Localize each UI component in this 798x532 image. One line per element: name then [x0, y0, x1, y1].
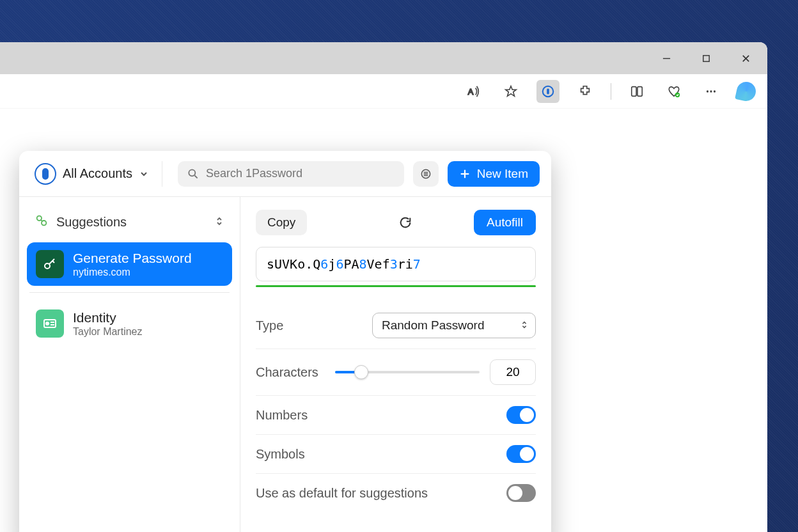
symbols-label: Symbols — [256, 447, 305, 462]
type-label: Type — [256, 318, 283, 333]
sidebar-item-title: Generate Password — [73, 250, 192, 266]
sidebar-item-subtitle: Taylor Martinez — [73, 326, 142, 338]
svg-rect-8 — [632, 86, 636, 96]
read-aloud-icon[interactable]: A — [462, 80, 485, 103]
svg-point-29 — [46, 322, 49, 325]
sidebar: Suggestions Generate Password nytimes.co… — [19, 197, 240, 532]
onepassword-popup: All Accounts New Item — [19, 151, 551, 532]
list-view-button[interactable] — [413, 161, 439, 187]
svg-rect-9 — [638, 86, 642, 96]
characters-count[interactable]: 20 — [490, 359, 536, 385]
search-box[interactable] — [178, 161, 404, 187]
close-button[interactable] — [735, 48, 756, 68]
popup-body: Suggestions Generate Password nytimes.co… — [19, 197, 551, 532]
copilot-icon[interactable] — [735, 80, 758, 103]
autofill-button[interactable]: Autofill — [474, 210, 536, 235]
toolbar-divider — [611, 83, 611, 100]
maximize-button[interactable] — [696, 48, 716, 68]
default-label: Use as default for suggestions — [256, 486, 428, 501]
svg-point-14 — [189, 169, 195, 176]
svg-line-15 — [194, 175, 197, 178]
popup-header: All Accounts New Item — [19, 151, 551, 197]
search-input[interactable] — [206, 167, 395, 180]
svg-point-12 — [710, 90, 712, 92]
minimize-button[interactable] — [656, 48, 677, 68]
refresh-button[interactable] — [393, 210, 418, 235]
svg-line-27 — [52, 261, 54, 263]
symbols-row: Symbols — [256, 435, 536, 474]
expand-icon — [214, 215, 224, 230]
suggestions-icon — [35, 214, 49, 231]
numbers-toggle[interactable] — [506, 406, 536, 424]
account-label: All Accounts — [63, 166, 132, 181]
detail-actions: Copy Autofill — [256, 210, 536, 235]
svg-text:A: A — [468, 86, 474, 96]
account-selector[interactable]: All Accounts — [31, 160, 153, 187]
more-menu-icon[interactable] — [700, 80, 723, 103]
favorite-star-icon[interactable] — [499, 80, 522, 103]
key-icon — [36, 250, 64, 278]
updown-icon — [520, 318, 529, 332]
plus-icon — [459, 168, 471, 180]
window-titlebar — [0, 42, 767, 74]
new-item-label: New Item — [477, 167, 528, 181]
identity-icon — [36, 309, 64, 338]
refresh-icon — [398, 215, 412, 230]
strength-bar — [256, 285, 536, 287]
slider-thumb[interactable] — [354, 365, 368, 379]
detail-pane: Copy Autofill sUVKo.Q6j6PA8Vef3ri7 Type … — [240, 197, 551, 532]
onepassword-logo-icon — [35, 163, 56, 185]
sidebar-divider — [29, 292, 230, 293]
svg-point-11 — [707, 90, 708, 92]
symbols-toggle[interactable] — [506, 445, 536, 463]
onepassword-extension-icon[interactable] — [536, 80, 559, 103]
split-screen-icon[interactable] — [625, 80, 648, 103]
svg-point-22 — [37, 216, 42, 221]
browser-window: A All Accounts — [0, 42, 767, 532]
chevron-down-icon — [139, 169, 149, 179]
suggestions-label: Suggestions — [56, 215, 127, 230]
suggestions-header[interactable]: Suggestions — [27, 208, 232, 242]
svg-point-23 — [42, 221, 46, 225]
default-row: Use as default for suggestions — [256, 474, 536, 512]
sidebar-item-generate-password[interactable]: Generate Password nytimes.com — [27, 242, 232, 286]
characters-slider[interactable] — [335, 371, 480, 373]
svg-line-24 — [41, 220, 42, 221]
svg-point-25 — [45, 263, 50, 269]
search-icon — [187, 168, 199, 180]
characters-row: Characters 20 — [256, 349, 536, 396]
characters-label: Characters — [256, 365, 318, 380]
type-select[interactable]: Random Password — [372, 313, 536, 338]
sidebar-item-subtitle: nytimes.com — [73, 267, 192, 278]
new-item-button[interactable]: New Item — [448, 161, 540, 187]
svg-rect-1 — [703, 55, 708, 61]
extensions-icon[interactable] — [574, 80, 597, 103]
type-row: Type Random Password — [256, 302, 536, 349]
default-toggle[interactable] — [506, 484, 536, 502]
svg-rect-7 — [547, 88, 549, 94]
svg-point-13 — [714, 90, 716, 92]
health-icon[interactable] — [662, 80, 685, 103]
generated-password[interactable]: sUVKo.Q6j6PA8Vef3ri7 — [256, 247, 536, 281]
sidebar-item-title: Identity — [73, 309, 142, 325]
svg-marker-5 — [506, 86, 517, 96]
header-divider — [162, 161, 162, 187]
browser-toolbar: A — [0, 74, 767, 109]
numbers-label: Numbers — [256, 408, 308, 423]
numbers-row: Numbers — [256, 396, 536, 435]
sidebar-item-identity[interactable]: Identity Taylor Martinez — [27, 302, 232, 345]
copy-button[interactable]: Copy — [256, 210, 307, 235]
